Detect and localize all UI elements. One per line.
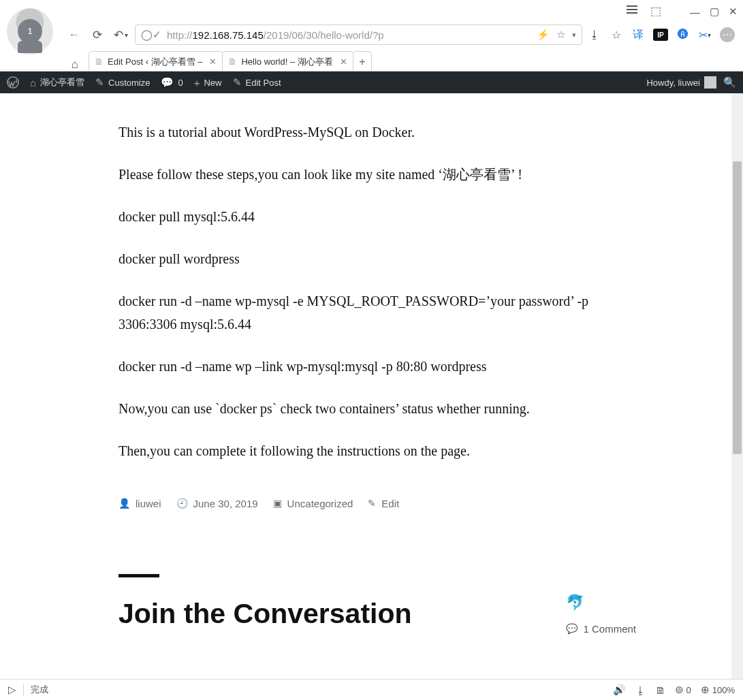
meta-edit[interactable]: ✎ Edit <box>368 495 399 513</box>
comments-count: 0 <box>178 78 183 88</box>
conversation-heading: Join the Conversation <box>118 590 412 638</box>
speech-bubble-icon: 💬 <box>566 621 578 637</box>
post-paragraph: docker pull mysql:5.6.44 <box>118 205 636 228</box>
hamburger-menu-icon[interactable] <box>627 5 637 14</box>
page-content-viewport: This is a tutorial about WordPress-MySQL… <box>0 93 743 679</box>
tab-strip: ⌂ 🗎 Edit Post ‹ 湖心亭看雪 – ✕ 🗎 Hello world!… <box>65 49 743 71</box>
tab-hello-world[interactable]: 🗎 Hello world! – 湖心亭看 ✕ <box>222 51 353 71</box>
security-shield-icon: ◯✓ <box>141 29 161 41</box>
back-button[interactable]: ← <box>65 26 83 44</box>
vertical-scrollbar[interactable] <box>731 93 743 679</box>
post-paragraph: Please follow these steps,you can look l… <box>118 163 636 186</box>
more-menu-icon[interactable]: ⋯ <box>720 27 735 42</box>
edit-post-link[interactable]: ✎ Edit Post <box>233 76 281 89</box>
post-meta: 👤 liuwei 🕘 June 30, 2019 ▣ Uncategorized… <box>118 495 636 513</box>
translate-ext-icon[interactable]: 译 <box>631 28 645 42</box>
browser-status-bar: ▷ 完成 🔊 ⭳ 🗎 ⊚ 0 ⊕ 100% <box>0 679 743 700</box>
pencil-icon: ✎ <box>233 76 242 89</box>
page-icon: 🗎 <box>228 57 237 67</box>
bookmark-star-icon[interactable]: ☆ <box>556 29 565 41</box>
favorites-icon[interactable]: ☆ <box>610 28 623 42</box>
comment-bubble-icon: 💬 <box>161 76 174 89</box>
ip-ext-icon[interactable]: IP <box>653 29 668 41</box>
downloads-icon[interactable]: ⭳ <box>588 28 601 42</box>
site-name-link[interactable]: ⌂ 湖心亭看雪 <box>30 76 84 89</box>
howdy-user[interactable]: Howdy, liuwei <box>646 76 716 89</box>
admin-search-icon[interactable]: 🔍 <box>723 76 736 89</box>
minimize-button[interactable]: — <box>690 6 700 18</box>
meta-author[interactable]: 👤 liuwei <box>118 495 161 513</box>
commenter-avatar-icon: 🐬 <box>566 590 636 615</box>
amp-icon[interactable]: ⚡ <box>537 29 550 41</box>
customize-label: Customize <box>108 78 150 88</box>
clock-icon: 🕘 <box>176 496 188 512</box>
download-count[interactable]: ⊚ 0 <box>675 684 691 696</box>
wp-logo[interactable] <box>7 76 19 89</box>
close-tab-icon[interactable]: ✕ <box>209 57 217 67</box>
browser-avatar[interactable]: 1 <box>7 8 53 54</box>
reload-button[interactable]: ⟳ <box>89 26 106 44</box>
meta-category[interactable]: ▣ Uncategorized <box>273 495 353 513</box>
customize-link[interactable]: ✎ Customize <box>95 76 150 89</box>
post-paragraph: docker run -d –name wp-mysql -e MYSQL_RO… <box>118 289 636 336</box>
scrollbar-thumb[interactable] <box>733 161 742 454</box>
extensions-icon[interactable]: ⬚ <box>650 4 661 18</box>
scissors-icon[interactable]: ✂▾ <box>698 28 712 42</box>
download-tray-icon[interactable]: ⭳ <box>635 684 646 696</box>
post-paragraph: Then,you can complete it following the i… <box>118 439 636 462</box>
wordpress-logo-icon <box>7 76 19 89</box>
post-body: This is a tutorial about WordPress-MySQL… <box>118 121 636 637</box>
brush-icon: ✎ <box>95 76 104 89</box>
comment-count-text: 1 Comment <box>583 620 636 638</box>
person-icon: 👤 <box>118 496 130 512</box>
howdy-text: Howdy, liuwei <box>646 78 700 88</box>
undo-nav-button[interactable]: ↶▾ <box>112 26 129 44</box>
url-text: http://192.168.75.145/2019/06/30/hello-w… <box>167 29 384 41</box>
post-paragraph: Now,you can use `docker ps` check two co… <box>118 397 636 420</box>
edit-pencil-icon: ✎ <box>368 496 376 512</box>
status-text: 完成 <box>31 684 48 696</box>
post-paragraph: docker run -d –name wp –link wp-mysql:my… <box>118 355 636 378</box>
download-count-value: 0 <box>686 685 691 695</box>
date-link[interactable]: June 30, 2019 <box>193 495 258 513</box>
home-icon: ⌂ <box>30 77 36 89</box>
comments-link[interactable]: 💬 0 <box>161 76 183 89</box>
tab-label: Hello world! – 湖心亭看 <box>241 56 332 68</box>
address-bar[interactable]: ◯✓ http://192.168.75.145/2019/06/30/hell… <box>135 25 582 45</box>
plus-icon: + <box>194 77 200 89</box>
site-name-text: 湖心亭看雪 <box>40 76 84 89</box>
bookmark-dropdown-icon[interactable]: ▾ <box>572 31 576 39</box>
translate-a-icon[interactable]: 🅐 <box>676 28 690 42</box>
folder-icon: ▣ <box>273 496 282 512</box>
user-avatar-icon <box>704 76 716 89</box>
zoom-value: 100% <box>712 685 735 695</box>
zoom-in-icon: ⊕ <box>701 684 710 696</box>
globe-icon: ⊚ <box>675 684 684 696</box>
comment-count-link[interactable]: 💬 1 Comment <box>566 620 636 638</box>
category-link[interactable]: Uncategorized <box>287 495 353 513</box>
browser-chrome: ⬚ — ▢ ✕ 1 ← ⟳ ↶▾ ◯✓ http://192.168.75.14… <box>0 0 743 71</box>
page-icon[interactable]: 🗎 <box>655 684 665 696</box>
close-window-button[interactable]: ✕ <box>729 5 738 18</box>
tab-edit-post[interactable]: 🗎 Edit Post ‹ 湖心亭看雪 – ✕ <box>89 51 223 71</box>
new-link[interactable]: + New <box>194 77 222 89</box>
zoom-control[interactable]: ⊕ 100% <box>701 684 735 696</box>
post-paragraph: This is a tutorial about WordPress-MySQL… <box>118 121 636 144</box>
meta-date[interactable]: 🕘 June 30, 2019 <box>176 495 258 513</box>
page-icon: 🗎 <box>95 57 104 67</box>
home-button[interactable]: ⌂ <box>65 58 84 71</box>
close-tab-icon[interactable]: ✕ <box>340 57 347 67</box>
edit-post-label: Edit Post <box>246 78 281 88</box>
post-paragraph: docker pull wordpress <box>118 247 636 270</box>
edit-link[interactable]: Edit <box>381 495 399 513</box>
wp-admin-bar: ⌂ 湖心亭看雪 ✎ Customize 💬 0 + New ✎ Edit Pos… <box>0 71 743 93</box>
author-link[interactable]: liuwei <box>136 495 161 513</box>
tab-label: Edit Post ‹ 湖心亭看雪 – <box>108 56 202 68</box>
section-divider <box>118 574 159 577</box>
sound-icon[interactable]: 🔊 <box>613 684 626 696</box>
play-controls-icon[interactable]: ▷ <box>8 684 16 696</box>
new-label: New <box>204 78 221 88</box>
maximize-button[interactable]: ▢ <box>710 5 719 18</box>
new-tab-button[interactable]: + <box>353 51 372 71</box>
